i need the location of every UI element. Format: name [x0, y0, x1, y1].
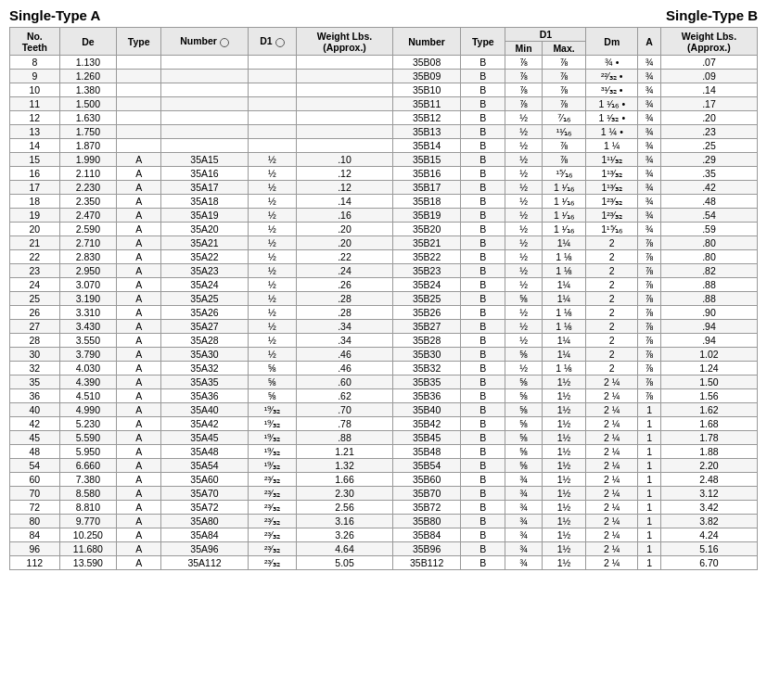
table-cell: ¹⁵∕₁₆ [542, 167, 586, 181]
table-cell: .42 [660, 181, 757, 195]
table-cell: ½ [248, 292, 296, 306]
table-cell: B [461, 445, 505, 459]
table-cell [297, 83, 393, 97]
table-cell: 2 ¼ [586, 431, 638, 445]
table-cell: ⅞ [638, 250, 661, 264]
table-cell [161, 111, 248, 125]
table-cell: .88 [297, 431, 393, 445]
table-cell: ¹⁹∕₃₂ [248, 403, 296, 417]
table-cell: ¾ [638, 125, 661, 139]
table-cell: ⁷∕₁₆ [542, 111, 586, 125]
table-cell: ²³∕₃₂ [248, 473, 296, 487]
table-cell: 2.830 [59, 250, 116, 264]
table-row: 809.770A35A80²³∕₃₂3.1635B80B¾1½2 ¼13.82 [10, 515, 758, 528]
table-cell: 6.70 [660, 556, 757, 570]
table-cell: .60 [297, 375, 393, 389]
table-cell: 1.88 [660, 445, 757, 459]
table-cell: .70 [297, 403, 393, 417]
table-row: 728.810A35A72²³∕₃₂2.5635B72B¾1½2 ¼13.42 [10, 501, 758, 515]
table-cell: 1.78 [660, 431, 757, 445]
table-cell: 30 [10, 348, 60, 362]
table-cell: 13.590 [59, 556, 116, 570]
table-cell: ½ [505, 278, 542, 292]
table-cell: 1½ [542, 431, 586, 445]
table-cell: ⅝ [248, 362, 296, 375]
table-cell: 84 [10, 528, 60, 542]
table-cell: 35B112 [393, 556, 461, 570]
table-cell: ⅞ [542, 153, 586, 167]
table-cell: 1.990 [59, 153, 116, 167]
table-row: 151.990A35A15½.1035B15B½⅞1¹¹∕₃₂¾.29 [10, 153, 758, 167]
table-cell: 20 [10, 223, 60, 236]
table-row: 162.110A35A16½.1235B16B½¹⁵∕₁₆1¹³∕₃₂¾.35 [10, 167, 758, 181]
table-cell: 112 [10, 556, 60, 570]
table-cell: B [461, 417, 505, 431]
table-cell: 72 [10, 501, 60, 515]
table-cell: ¹⁹∕₃₂ [248, 417, 296, 431]
table-cell [117, 97, 161, 111]
table-row: 222.830A35A22½.2235B22B½1 ⅛2⅞.80 [10, 250, 758, 264]
table-cell: 2.950 [59, 264, 116, 278]
table-row: 283.550A35A28½.3435B28B½1¼2⅞.94 [10, 334, 758, 348]
table-cell: 35B23 [393, 264, 461, 278]
table-cell: 35A42 [161, 417, 248, 431]
table-cell: 4.24 [660, 528, 757, 542]
table-cell: 35B08 [393, 56, 461, 70]
table-cell: 21 [10, 236, 60, 250]
table-cell: 35A80 [161, 515, 248, 528]
table-cell: 1 [638, 515, 661, 528]
table-cell: 35A48 [161, 445, 248, 459]
group-header-row: No.Teeth De Type Number D1 Weight Lbs.(A… [10, 28, 758, 42]
table-cell: 8 [10, 56, 60, 70]
table-cell: ½ [248, 250, 296, 264]
table-cell: 1½ [542, 417, 586, 431]
table-cell: .22 [297, 250, 393, 264]
table-cell: ¾ [638, 223, 661, 236]
table-cell: A [117, 195, 161, 209]
table-cell: 1¼ [542, 334, 586, 348]
table-cell: 1 ¹∕₁₆ [542, 181, 586, 195]
table-cell: ⅝ [505, 375, 542, 389]
table-cell: 2 ¼ [586, 542, 638, 556]
table-cell: 1 [638, 473, 661, 487]
table-cell: .62 [297, 389, 393, 403]
table-cell: B [461, 334, 505, 348]
table-cell: .94 [660, 334, 757, 348]
table-cell: 1 ¼ [586, 139, 638, 153]
table-cell: 8.580 [59, 487, 116, 501]
table-cell: 2 ¼ [586, 473, 638, 487]
table-cell: 2.48 [660, 473, 757, 487]
table-cell: 4.030 [59, 362, 116, 375]
table-cell: ¾ [638, 83, 661, 97]
table-row: 455.590A35A45¹⁹∕₃₂.8835B45B⅝1½2 ¼11.78 [10, 431, 758, 445]
table-cell: B [461, 306, 505, 320]
table-cell: 35B32 [393, 362, 461, 375]
table-cell: 35B20 [393, 223, 461, 236]
table-cell: ⅞ [638, 375, 661, 389]
table-cell [117, 56, 161, 70]
table-cell: 9.770 [59, 515, 116, 528]
table-cell: 1 ¹∕₁₆ [542, 209, 586, 223]
table-cell: .90 [660, 306, 757, 320]
table-cell: 11.680 [59, 542, 116, 556]
table-cell: .35 [660, 167, 757, 181]
table-cell: .17 [660, 97, 757, 111]
table-cell: B [461, 195, 505, 209]
table-cell: 2 [586, 292, 638, 306]
table-cell: 2 ¼ [586, 403, 638, 417]
table-cell: ³¹∕₃₂ • [586, 83, 638, 97]
table-cell: 35A25 [161, 292, 248, 306]
table-cell: ¾ [638, 153, 661, 167]
table-cell: A [117, 362, 161, 375]
table-cell: 3.430 [59, 320, 116, 334]
table-cell: 35B18 [393, 195, 461, 209]
table-cell: .80 [660, 236, 757, 250]
table-cell: A [117, 209, 161, 223]
table-cell: 35A19 [161, 209, 248, 223]
table-row: 101.38035B10B⅞⅞³¹∕₃₂ •¾.14 [10, 83, 758, 97]
table-cell: A [117, 431, 161, 445]
table-cell: 1½ [542, 515, 586, 528]
table-cell: ⅞ [542, 97, 586, 111]
table-cell: A [117, 348, 161, 362]
table-cell: B [461, 250, 505, 264]
